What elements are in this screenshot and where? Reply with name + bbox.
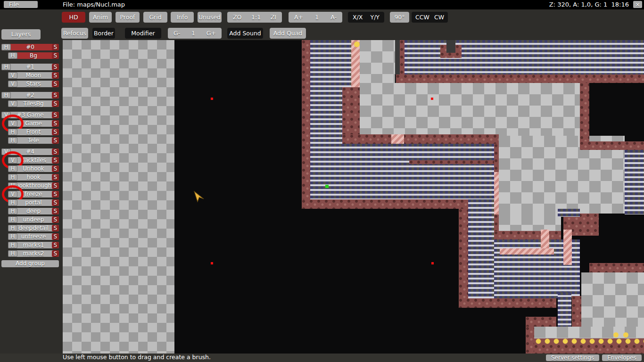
map-dark-tile (395, 40, 400, 74)
visibility-toggle-hidden[interactable]: H (8, 199, 17, 206)
layer-s-button[interactable]: S (52, 199, 59, 206)
visibility-toggle-hidden[interactable]: H (8, 174, 17, 181)
map-stripe-tiles (625, 150, 644, 214)
map-brick-wall (572, 296, 581, 327)
layers-panel: #0HSBgHS#1HSMoonVSStarsVS#2HSTilesBgVS#3… (0, 40, 63, 354)
visibility-toggle-hidden[interactable]: H (8, 242, 17, 248)
layer-s-button[interactable]: S (52, 157, 59, 164)
anim-slower-button[interactable]: A- (330, 14, 337, 21)
visibility-toggle-visible[interactable]: V (1, 112, 11, 118)
grid-increase-button[interactable]: G+ (206, 30, 216, 37)
rotate-ccw-button[interactable]: CCW (415, 14, 429, 21)
refocus-button[interactable]: Refocus (61, 28, 88, 39)
rotate-90-button[interactable]: 90° (390, 12, 409, 23)
green-entity-marker (325, 185, 329, 188)
visibility-toggle-hidden[interactable]: H (8, 182, 17, 189)
quad-pivot-marker[interactable] (211, 98, 213, 100)
layer-s-button[interactable]: S (52, 120, 59, 127)
rotate-button-group: CCW CW (412, 12, 448, 23)
visibility-toggle-visible[interactable]: V (8, 191, 17, 197)
visibility-toggle-hidden[interactable]: H (8, 52, 17, 59)
map-brick-band (302, 199, 468, 209)
visibility-toggle-hidden[interactable]: H (1, 92, 11, 99)
visibility-toggle-visible[interactable]: V (8, 100, 17, 107)
visibility-toggle-hidden[interactable]: H (8, 165, 17, 172)
proof-toggle-button[interactable]: Proof (116, 12, 140, 23)
visibility-toggle-visible[interactable]: V (8, 81, 17, 87)
layer-s-button[interactable]: S (52, 64, 59, 70)
visibility-toggle-visible[interactable]: V (1, 148, 11, 155)
layer-s-button[interactable]: S (52, 72, 59, 79)
zoom-in-button[interactable]: ZI (271, 14, 276, 21)
flip-x-button[interactable]: X/X (353, 14, 363, 21)
visibility-toggle-hidden[interactable]: H (1, 44, 11, 50)
modifier-button[interactable]: Modifier (125, 28, 161, 39)
visibility-toggle-visible[interactable]: V (8, 72, 17, 79)
layer-s-button[interactable]: S (52, 81, 59, 87)
grid-size-group: G- 1 G+ (168, 28, 222, 39)
visibility-toggle-hidden[interactable]: H (8, 225, 17, 231)
visibility-toggle-visible[interactable]: V (8, 157, 17, 164)
visibility-toggle-hidden[interactable]: H (8, 137, 17, 144)
layer-s-button[interactable]: S (52, 100, 59, 107)
map-freeze-tiles (500, 248, 554, 255)
flip-y-button[interactable]: Y/Y (371, 14, 380, 21)
visibility-toggle-hidden[interactable]: H (8, 129, 17, 135)
hd-toggle-button[interactable]: HD (62, 12, 85, 23)
anim-faster-button[interactable]: A+ (294, 14, 303, 21)
document-title: File: maps/Nucl.map (63, 0, 125, 9)
add-group-button[interactable]: Add group (1, 260, 59, 267)
visibility-toggle-hidden[interactable]: H (1, 64, 11, 70)
layer-s-button[interactable]: S (52, 44, 59, 50)
layer-s-button[interactable]: S (52, 225, 59, 231)
visibility-toggle-hidden[interactable]: H (8, 208, 17, 214)
close-icon[interactable]: × (633, 1, 642, 8)
layer-s-button[interactable]: S (52, 112, 59, 118)
map-canvas[interactable] (63, 40, 644, 354)
zoom-reset-button[interactable]: 1:1 (251, 14, 261, 21)
layer-s-button[interactable]: S (52, 174, 59, 181)
layer-s-button[interactable]: S (52, 92, 59, 99)
add-group-label: Add group (1, 260, 59, 267)
map-air-room (360, 83, 580, 136)
layer-s-button[interactable]: S (52, 208, 59, 214)
envelopes-button[interactable]: Envelopes (602, 354, 642, 361)
layer-s-button[interactable]: S (52, 148, 59, 155)
visibility-toggle-hidden[interactable]: H (8, 233, 17, 240)
layer-s-button[interactable]: S (52, 233, 59, 240)
map-brick-band (396, 74, 644, 83)
zoom-out-button[interactable]: ZO (233, 14, 241, 21)
visibility-toggle-hidden[interactable]: H (8, 250, 17, 257)
layer-s-button[interactable]: S (52, 137, 59, 144)
visibility-toggle-visible[interactable]: V (8, 120, 17, 127)
layer-s-button[interactable]: S (52, 129, 59, 135)
layer-s-button[interactable]: S (52, 191, 59, 197)
layer-s-button[interactable]: S (52, 182, 59, 189)
quad-pivot-marker[interactable] (431, 98, 433, 100)
map-dark-notch (446, 40, 455, 53)
quad-pivot-marker[interactable] (431, 262, 434, 264)
border-button[interactable]: Border (92, 28, 115, 39)
unused-toggle-button[interactable]: Unused (198, 12, 222, 23)
layer-s-button[interactable]: S (52, 52, 59, 59)
layer-s-button[interactable]: S (52, 216, 59, 223)
rotate-cw-button[interactable]: CW (434, 14, 444, 21)
info-toggle-button[interactable]: Info (171, 12, 194, 23)
add-sound-button[interactable]: Add Sound (227, 28, 263, 39)
layer-s-button[interactable]: S (52, 242, 59, 248)
layer-s-button[interactable]: S (52, 165, 59, 172)
layers-panel-button[interactable]: Layers (1, 29, 41, 40)
visibility-toggle-hidden[interactable]: H (8, 216, 17, 223)
map-brick-band (589, 263, 644, 272)
anim-toggle-button[interactable]: Anim (89, 12, 112, 23)
file-menu-button[interactable]: File (4, 1, 38, 8)
server-settings-button[interactable]: Server settings (546, 354, 599, 361)
layer-s-button[interactable]: S (52, 250, 59, 257)
map-stripe-tiles (468, 199, 494, 298)
grid-toggle-button[interactable]: Grid (143, 12, 167, 23)
grid-decrease-button[interactable]: G- (173, 30, 180, 37)
quad-pivot-marker[interactable] (211, 262, 213, 264)
map-brick-step (526, 317, 556, 327)
anim-speed-value: 1 (315, 14, 319, 21)
add-quad-button[interactable]: Add Quad (270, 28, 306, 39)
